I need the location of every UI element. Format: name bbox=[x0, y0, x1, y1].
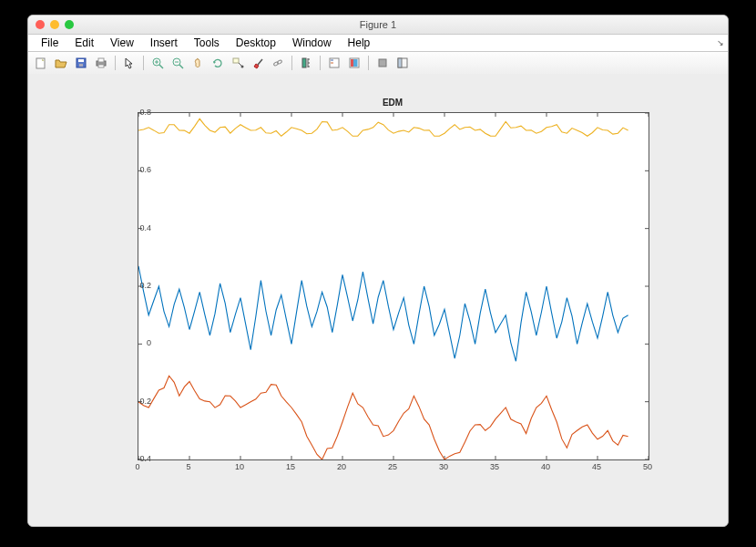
svg-rect-30 bbox=[353, 59, 358, 67]
svg-rect-6 bbox=[98, 65, 104, 67]
toolbar-separator bbox=[115, 56, 116, 70]
pointer-icon[interactable] bbox=[120, 55, 138, 71]
chart-title: EDM bbox=[101, 98, 684, 108]
zoom-in-icon[interactable] bbox=[148, 55, 167, 71]
series-line bbox=[138, 119, 628, 136]
x-tick-label: 25 bbox=[388, 462, 397, 471]
menu-edit[interactable]: Edit bbox=[67, 36, 101, 50]
menu-desktop[interactable]: Desktop bbox=[229, 36, 283, 50]
menu-tools[interactable]: Tools bbox=[187, 36, 227, 50]
x-tick-label: 20 bbox=[337, 462, 346, 471]
x-tick-label: 0 bbox=[135, 462, 139, 471]
menu-view[interactable]: View bbox=[103, 36, 141, 50]
toolbar-separator bbox=[291, 56, 292, 70]
svg-rect-2 bbox=[78, 59, 84, 62]
svg-rect-31 bbox=[379, 59, 386, 67]
menubar: File Edit View Insert Tools Desktop Wind… bbox=[28, 35, 728, 52]
y-tick-label: 0.4 bbox=[124, 223, 151, 232]
axes bbox=[138, 112, 649, 460]
link-icon[interactable] bbox=[269, 55, 287, 71]
svg-rect-20 bbox=[302, 58, 306, 67]
x-tick-label: 50 bbox=[643, 462, 652, 471]
svg-rect-14 bbox=[233, 58, 239, 63]
new-figure-icon[interactable] bbox=[32, 55, 50, 71]
y-tick-label: -0.2 bbox=[124, 397, 151, 406]
print-icon[interactable] bbox=[92, 55, 110, 71]
svg-point-19 bbox=[277, 59, 282, 64]
x-tick-label: 5 bbox=[186, 462, 190, 471]
insert-colorbar-icon[interactable] bbox=[345, 55, 363, 71]
svg-line-12 bbox=[179, 65, 183, 68]
colorbar-icon[interactable] bbox=[297, 55, 315, 71]
plot-canvas bbox=[138, 113, 649, 459]
svg-rect-3 bbox=[79, 64, 83, 67]
svg-point-16 bbox=[241, 66, 244, 68]
open-icon[interactable] bbox=[52, 55, 70, 71]
menu-help[interactable]: Help bbox=[341, 36, 378, 50]
x-tick-label: 15 bbox=[286, 462, 295, 471]
x-tick-label: 45 bbox=[592, 462, 601, 471]
svg-rect-29 bbox=[351, 59, 353, 67]
x-tick-label: 35 bbox=[490, 462, 499, 471]
x-tick-label: 30 bbox=[439, 462, 448, 471]
zoom-out-icon[interactable] bbox=[169, 55, 187, 71]
toolbar-separator bbox=[320, 56, 321, 70]
x-tick-label: 10 bbox=[235, 462, 244, 471]
brush-icon[interactable] bbox=[249, 55, 267, 71]
insert-legend-icon[interactable] bbox=[325, 55, 343, 71]
menu-insert[interactable]: Insert bbox=[143, 36, 185, 50]
dock-figure-icon[interactable] bbox=[393, 55, 412, 71]
save-icon[interactable] bbox=[72, 55, 90, 71]
svg-line-17 bbox=[258, 59, 262, 65]
svg-rect-33 bbox=[398, 58, 402, 67]
axes-container: EDM -0.4-0.200.20.40.60.8051015202530354… bbox=[101, 99, 666, 482]
series-line bbox=[138, 266, 628, 362]
y-tick-label: 0.2 bbox=[124, 281, 151, 290]
menu-overflow-icon[interactable]: ↘ bbox=[717, 38, 724, 47]
toolbar-separator bbox=[368, 56, 369, 70]
rotate-icon[interactable] bbox=[209, 55, 227, 71]
svg-line-8 bbox=[159, 65, 163, 68]
figure-area: EDM -0.4-0.200.20.40.60.8051015202530354… bbox=[28, 74, 728, 526]
titlebar: Figure 1 bbox=[28, 15, 728, 35]
toolbar bbox=[28, 52, 728, 75]
menu-file[interactable]: File bbox=[34, 36, 66, 50]
data-cursor-icon[interactable] bbox=[229, 55, 247, 71]
hide-plot-tools-icon[interactable] bbox=[373, 55, 392, 71]
series-line bbox=[138, 376, 628, 459]
window-title: Figure 1 bbox=[28, 19, 728, 30]
y-tick-label: 0.6 bbox=[124, 165, 151, 174]
x-tick-label: 40 bbox=[541, 462, 550, 471]
toolbar-separator bbox=[143, 56, 144, 70]
y-tick-label: 0.8 bbox=[124, 108, 151, 117]
pan-icon[interactable] bbox=[189, 55, 207, 71]
menu-window[interactable]: Window bbox=[285, 36, 339, 50]
y-tick-label: 0 bbox=[124, 338, 151, 347]
svg-rect-5 bbox=[98, 58, 104, 62]
figure-window: Figure 1 File Edit View Insert Tools Des… bbox=[27, 15, 729, 527]
